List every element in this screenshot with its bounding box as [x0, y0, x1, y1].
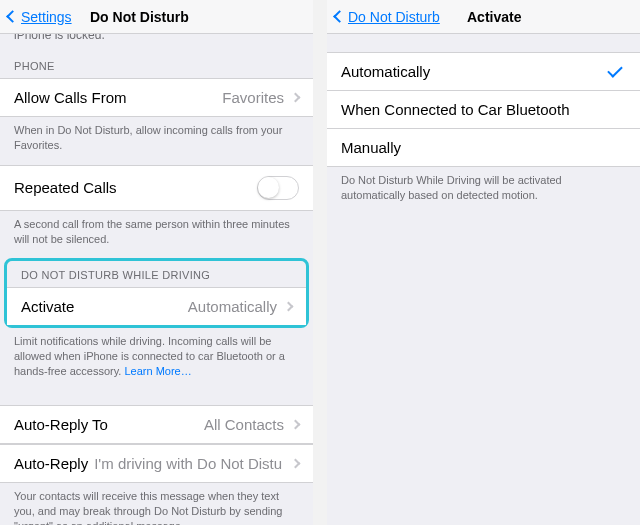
option-manually[interactable]: Manually — [327, 129, 640, 167]
chevron-right-icon — [291, 419, 301, 429]
chevron-right-icon — [291, 93, 301, 103]
checkmark-icon — [607, 62, 623, 78]
auto-reply-to-label: Auto-Reply To — [14, 416, 108, 433]
allow-calls-label: Allow Calls From — [14, 89, 127, 106]
activate-footer: Limit notifications while driving. Incom… — [0, 328, 313, 391]
repeated-calls-footer: A second call from the same person withi… — [0, 211, 313, 259]
option-automatically[interactable]: Automatically — [327, 52, 640, 91]
chevron-left-icon — [6, 10, 19, 23]
back-button-settings[interactable]: Settings — [8, 9, 72, 25]
allow-calls-from-row[interactable]: Allow Calls From Favorites — [0, 78, 313, 117]
page-title: Do Not Disturb — [90, 9, 189, 25]
activate-options-footer: Do Not Disturb While Driving will be act… — [327, 167, 640, 215]
activate-row[interactable]: Activate Automatically — [7, 287, 306, 325]
learn-more-link[interactable]: Learn More… — [124, 365, 191, 377]
dnd-settings-screen: Settings Do Not Disturb iPhone is locked… — [0, 0, 313, 525]
option-car-bluetooth[interactable]: When Connected to Car Bluetooth — [327, 91, 640, 129]
auto-reply-to-row[interactable]: Auto-Reply To All Contacts — [0, 405, 313, 444]
back-label: Do Not Disturb — [348, 9, 440, 25]
repeated-calls-row: Repeated Calls — [0, 165, 313, 211]
option-label: Manually — [341, 139, 401, 156]
option-label: When Connected to Car Bluetooth — [341, 101, 569, 118]
toggle-knob — [258, 177, 279, 198]
auto-reply-row[interactable]: Auto-Reply I'm driving with Do Not Distu… — [0, 444, 313, 483]
repeated-calls-toggle[interactable] — [257, 176, 299, 200]
activate-options-list: Automatically When Connected to Car Blue… — [327, 52, 640, 167]
chevron-right-icon — [284, 302, 294, 312]
activate-screen: Do Not Disturb Activate Automatically Wh… — [327, 0, 640, 525]
activate-label: Activate — [21, 298, 74, 315]
auto-reply-to-value: All Contacts — [204, 416, 299, 433]
nav-bar: Settings Do Not Disturb — [0, 0, 313, 34]
back-button-dnd[interactable]: Do Not Disturb — [335, 9, 440, 25]
section-header-phone: PHONE — [0, 48, 313, 78]
auto-reply-value: I'm driving with Do Not Distu… — [94, 455, 284, 472]
auto-reply-label: Auto-Reply — [14, 455, 88, 472]
repeated-calls-label: Repeated Calls — [14, 179, 117, 196]
dnd-driving-highlight: DO NOT DISTURB WHILE DRIVING Activate Au… — [4, 258, 309, 328]
auto-reply-footer: Your contacts will receive this message … — [0, 483, 313, 525]
allow-calls-value: Favorites — [222, 89, 299, 106]
allow-calls-footer: When in Do Not Disturb, allow incoming c… — [0, 117, 313, 165]
option-label: Automatically — [341, 63, 430, 80]
back-label: Settings — [21, 9, 72, 25]
section-header-dnd-driving: DO NOT DISTURB WHILE DRIVING — [7, 261, 306, 287]
chevron-right-icon — [291, 458, 301, 468]
chevron-left-icon — [333, 10, 346, 23]
activate-value: Automatically — [188, 298, 292, 315]
nav-bar: Do Not Disturb Activate — [327, 0, 640, 34]
page-title: Activate — [467, 9, 521, 25]
